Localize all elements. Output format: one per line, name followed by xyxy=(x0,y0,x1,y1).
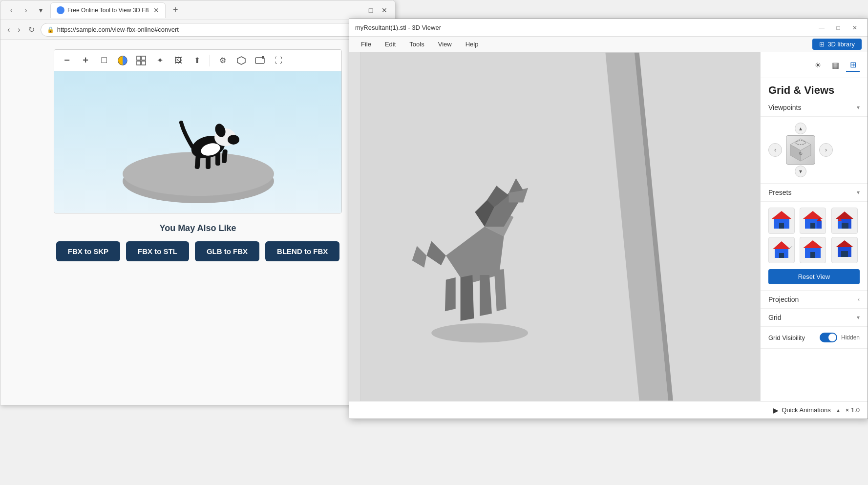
grid-label: Grid xyxy=(768,314,781,321)
svg-rect-52 xyxy=(838,221,842,229)
svg-marker-19 xyxy=(605,53,668,401)
browser-content: − + ☐ ✦ 🖼 ⬆ ⚙ ⛶ xyxy=(0,40,395,405)
svg-rect-4 xyxy=(142,61,146,65)
browser-titlebar: ‹ › ▾ Free Online Tool to View 3D F8 ✕ +… xyxy=(0,0,395,20)
menu-help[interactable]: Help xyxy=(460,39,485,50)
svg-rect-2 xyxy=(142,56,146,60)
app-maximize-btn[interactable]: □ xyxy=(831,21,845,35)
presets-section-header[interactable]: Presets ▾ xyxy=(761,184,868,202)
viewpoint-up-btn[interactable]: ▴ xyxy=(795,123,806,134)
projection-chevron: ‹ xyxy=(858,296,860,303)
viewpoints-content: ‹ ▴ xyxy=(761,117,868,184)
tab-label: Free Online Tool to View 3D F8 xyxy=(67,7,148,14)
svg-rect-7 xyxy=(262,56,264,59)
panel-grid-views-btn[interactable]: ⊞ xyxy=(846,58,860,72)
menu-tools[interactable]: Tools xyxy=(403,39,430,50)
preset-3-svg xyxy=(834,210,855,232)
app-menubar: File Edit Tools View Help ⊞ 3D library xyxy=(349,37,868,52)
window-maximize-btn[interactable]: □ xyxy=(365,4,377,16)
preset-5[interactable] xyxy=(800,237,826,263)
svg-rect-15 xyxy=(206,154,211,169)
expand-animations-btn[interactable]: ▴ xyxy=(837,407,840,414)
svg-rect-60 xyxy=(810,252,815,258)
nav-forward-btn[interactable]: › xyxy=(20,4,32,16)
blend-to-fbx-btn[interactable]: BLEND to FBX xyxy=(265,241,339,261)
camera-btn[interactable] xyxy=(252,53,268,68)
window-minimize-btn[interactable]: — xyxy=(351,4,363,16)
refresh-btn[interactable]: ↻ xyxy=(26,23,37,36)
upload-btn[interactable]: ⬆ xyxy=(189,53,205,68)
back-btn[interactable]: ‹ xyxy=(5,23,12,36)
settings-btn[interactable]: ⚙ xyxy=(215,53,231,68)
preset-4-svg xyxy=(771,239,792,261)
panel-title-row: Grid & Views xyxy=(761,78,868,99)
fullscreen-btn[interactable]: ⛶ xyxy=(271,53,286,68)
new-tab-btn[interactable]: + xyxy=(169,3,182,17)
grid-btn[interactable] xyxy=(133,53,149,68)
viewport-svg xyxy=(349,52,760,401)
app-close-btn[interactable]: ✕ xyxy=(848,21,862,35)
preset-3[interactable] xyxy=(831,208,858,234)
svg-rect-51 xyxy=(841,223,848,229)
viewer-canvas[interactable] xyxy=(54,71,342,213)
zoom-out-btn[interactable]: − xyxy=(59,53,75,68)
svg-marker-5 xyxy=(237,57,245,64)
glb-to-fbx-btn[interactable]: GLB to FBX xyxy=(195,241,259,261)
fbx-to-skp-btn[interactable]: FBX to SKP xyxy=(56,241,120,261)
menu-view[interactable]: View xyxy=(432,39,458,50)
tab-close-btn[interactable]: ✕ xyxy=(153,6,159,14)
nav-dropdown-btn[interactable]: ▾ xyxy=(35,4,46,16)
app-body: ☀ ▦ ⊞ Grid & Views Viewpoints ▾ ‹ ▴ xyxy=(349,52,868,401)
forward-btn[interactable]: › xyxy=(16,23,22,36)
window-controls: ‹ › ▾ xyxy=(5,4,46,16)
library-btn[interactable]: ⊞ 3D library xyxy=(812,39,862,50)
svg-marker-55 xyxy=(773,241,790,249)
browser-tab-active[interactable]: Free Online Tool to View 3D F8 ✕ xyxy=(50,2,166,18)
address-bar[interactable]: 🔒 https://sample.com/view-fbx-online#con… xyxy=(41,23,390,37)
cube-nav-group: ▴ ↻ xyxy=(786,123,815,177)
app-viewport[interactable] xyxy=(349,52,760,401)
color-btn[interactable] xyxy=(115,53,130,68)
panel-sun-btn[interactable]: ☀ xyxy=(811,58,825,72)
svg-text:↻: ↻ xyxy=(799,151,803,156)
grid-content: Grid Visibility Hidden xyxy=(761,327,868,349)
viewpoint-left-btn[interactable]: ‹ xyxy=(768,143,782,157)
brightness-btn[interactable]: ✦ xyxy=(152,53,168,68)
viewpoints-chevron: ▾ xyxy=(857,104,860,111)
cube-3d[interactable]: ↻ xyxy=(786,135,815,165)
library-label: 3D library xyxy=(827,41,855,48)
browser-toolbar: ‹ › ↻ 🔒 https://sample.com/view-fbx-onli… xyxy=(0,20,395,40)
box-select-btn[interactable]: ☐ xyxy=(96,53,112,68)
app-minimize-btn[interactable]: — xyxy=(815,21,828,35)
preset-4[interactable] xyxy=(768,237,795,263)
menu-file[interactable]: File xyxy=(355,39,377,50)
fbx-to-stl-btn[interactable]: FBX to STL xyxy=(126,241,189,261)
svg-rect-56 xyxy=(779,253,784,258)
menu-edit[interactable]: Edit xyxy=(379,39,402,50)
viewpoint-down-btn[interactable]: ▾ xyxy=(795,166,806,177)
app-bottombar: ▶ Quick Animations ▴ × 1.0 xyxy=(349,401,868,419)
grid-section-header[interactable]: Grid ▾ xyxy=(761,309,868,327)
quick-animations-btn[interactable]: ▶ Quick Animations xyxy=(773,406,830,414)
viewpoints-section-header[interactable]: Viewpoints ▾ xyxy=(761,99,868,117)
svg-marker-26 xyxy=(509,178,524,193)
presets-label: Presets xyxy=(768,189,791,196)
grid-visibility-toggle[interactable] xyxy=(820,333,837,342)
svg-marker-30 xyxy=(445,277,456,311)
image-btn[interactable]: 🖼 xyxy=(170,53,186,68)
animation-icon: ▶ xyxy=(773,406,779,414)
nav-back-btn[interactable]: ‹ xyxy=(5,4,17,16)
preset-2[interactable] xyxy=(800,208,826,234)
zoom-in-btn[interactable]: + xyxy=(78,53,93,68)
svg-marker-62 xyxy=(836,240,853,247)
also-like-section: You May Also Like FBX to SKP FBX to STL … xyxy=(56,223,340,261)
preset-1[interactable] xyxy=(768,208,795,234)
panel-grid2-btn[interactable]: ▦ xyxy=(828,58,842,72)
cube-view-btn[interactable] xyxy=(233,53,249,68)
viewpoint-right-btn[interactable]: › xyxy=(819,143,833,157)
preset-6[interactable] xyxy=(831,237,858,263)
projection-section-header[interactable]: Projection ‹ xyxy=(761,291,868,309)
window-close-btn[interactable]: ✕ xyxy=(379,4,390,16)
reset-view-btn[interactable]: Reset View xyxy=(768,269,860,284)
svg-point-35 xyxy=(431,323,528,343)
